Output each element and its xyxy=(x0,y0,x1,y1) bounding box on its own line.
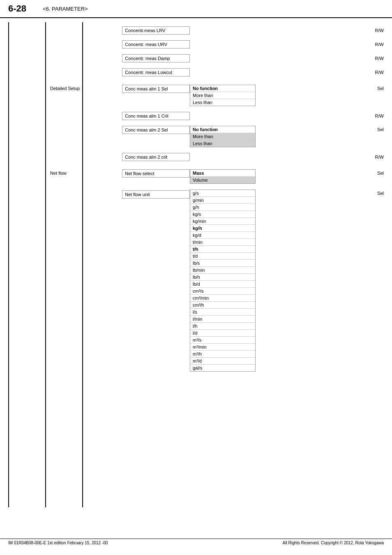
sel-label-10: Sel xyxy=(377,191,384,196)
rw-cell-4: R/W xyxy=(367,69,384,75)
row-conc-alm1-sel: Detailed Setup Conc meas alm 1 Sel No fu… xyxy=(50,85,384,106)
conc-alm2-dropdown[interactable]: No function More than Less than xyxy=(190,126,256,147)
dropdown-item-less-than-2[interactable]: Less than xyxy=(190,140,255,147)
net-flow-select-box: Net flow select xyxy=(122,169,190,178)
row-concentr-lrv: Concentr.meas LRV R/W xyxy=(50,26,384,35)
row-concentr-urv: Concentr. meas URV R/W xyxy=(50,40,384,49)
row-conc-alm2-sel: Conc meas alm 2 Sel No function More tha… xyxy=(50,126,384,147)
param-cell-10: Net flow unit xyxy=(122,190,190,199)
concentr-lrv-box: Concentr.meas LRV xyxy=(122,26,190,35)
param-cell-7: Conc meas alm 2 Sel xyxy=(122,126,190,134)
unit-m3d[interactable]: m³/d xyxy=(190,358,255,365)
third-border-line xyxy=(82,22,83,507)
row-conc-alm2-crit: Conc meas alm 2 crit R/W xyxy=(50,153,384,161)
rw-label-6: R/W xyxy=(375,113,384,118)
detailed-setup-label: Detailed Setup xyxy=(50,86,80,91)
rw-label-1: R/W xyxy=(375,28,384,33)
conc-alm2-crit-box: Conc meas alm 2 crit xyxy=(122,153,190,161)
dropdown-item-no-function-2[interactable]: No function xyxy=(190,126,255,133)
value-cell-7: No function More than Less than xyxy=(190,126,256,147)
value-cell-5: No function More than Less than xyxy=(190,85,256,106)
unit-kgmin[interactable]: kg/min xyxy=(190,218,255,225)
unit-cm3s[interactable]: cm³/s xyxy=(190,288,255,295)
row-conc-alm1-crit: Conc meas alm 1 Crit R/W xyxy=(50,112,384,120)
unit-m3h[interactable]: m³/h xyxy=(190,351,255,358)
dropdown-item-more-than-2[interactable]: More than xyxy=(190,133,255,140)
rw-cell-8: R/W xyxy=(367,154,384,160)
footer-left: IM 01R04B08-00E-E 1st edition February 1… xyxy=(8,541,108,545)
unit-lh[interactable]: l/h xyxy=(190,323,255,330)
rw-label-8: R/W xyxy=(375,155,384,160)
sel-label-7: Sel xyxy=(377,127,384,132)
rw-cell-3: R/W xyxy=(367,56,384,61)
param-cell-3: Concentr. meas Damp xyxy=(122,54,190,62)
unit-th[interactable]: t/h xyxy=(190,246,255,253)
param-cell-5: Conc meas alm 1 Sel xyxy=(122,85,190,93)
unit-m3min[interactable]: m³/min xyxy=(190,344,255,351)
rw-label-2: R/W xyxy=(375,42,384,47)
unit-gs[interactable]: g/s xyxy=(190,190,255,197)
unit-ld[interactable]: l/d xyxy=(190,330,255,337)
unit-kgs[interactable]: kg/s xyxy=(190,211,255,218)
unit-lbh[interactable]: lb/h xyxy=(190,274,255,281)
param-cell-4: Concentr. meas Lowcut xyxy=(122,68,190,76)
dropdown-item-no-function-1[interactable]: No function xyxy=(190,85,255,92)
net-flow-unit-dropdown[interactable]: g/s g/min g/h kg/s kg/min kg/h kg/d t/mi… xyxy=(190,190,256,372)
cat-net-flow: Net flow xyxy=(50,169,87,176)
unit-gmin[interactable]: g/min xyxy=(190,197,255,204)
rw-cell-6: R/W xyxy=(367,113,384,119)
unit-ls[interactable]: l/s xyxy=(190,309,255,316)
param-cell-6: Conc meas alm 1 Crit xyxy=(122,112,190,120)
concentr-urv-box: Concentr. meas URV xyxy=(122,40,190,49)
conc-alm2-sel-box: Conc meas alm 2 Sel xyxy=(122,126,190,134)
header: 6-28 <6. PARAMETER> xyxy=(0,0,392,18)
sel-cell-10: Sel xyxy=(367,190,384,196)
param-cell-2: Concentr. meas URV xyxy=(122,40,190,49)
sel-cell-5: Sel xyxy=(367,85,384,91)
net-flow-select-dropdown[interactable]: Mass Volume xyxy=(190,169,256,184)
sel-cell-7: Sel xyxy=(367,126,384,132)
conc-alm1-dropdown[interactable]: No function More than Less than xyxy=(190,85,256,106)
unit-lbmin[interactable]: lb/min xyxy=(190,267,255,274)
conc-alm1-crit-box: Conc meas alm 1 Crit xyxy=(122,112,190,120)
unit-kgh[interactable]: kg/h xyxy=(190,225,255,232)
footer-right: All Rights Reserved. Copyright © 2012, R… xyxy=(283,541,384,545)
row-net-flow-select: Net flow Net flow select Mass Volume Sel xyxy=(50,169,384,184)
header-title: <6. PARAMETER> xyxy=(43,6,88,12)
net-flow-label: Net flow xyxy=(50,171,67,176)
dropdown-item-less-than-1[interactable]: Less than xyxy=(190,99,255,106)
page-number: 6-28 xyxy=(8,3,26,14)
unit-tmin[interactable]: t/min xyxy=(190,239,255,246)
dropdown-item-volume[interactable]: Volume xyxy=(190,177,255,183)
sel-label-9: Sel xyxy=(377,171,384,176)
unit-kgd[interactable]: kg/d xyxy=(190,232,255,239)
unit-gh[interactable]: g/h xyxy=(190,204,255,211)
param-cell-9: Net flow select xyxy=(122,169,190,178)
cat-detailed-setup: Detailed Setup xyxy=(50,85,87,91)
unit-lmin[interactable]: l/min xyxy=(190,316,255,323)
row-concentr-lowcut: Concentr. meas Lowcut R/W xyxy=(50,68,384,76)
unit-gals[interactable]: gal/s xyxy=(190,365,255,371)
dropdown-item-more-than-1[interactable]: More than xyxy=(190,92,255,99)
value-cell-9: Mass Volume xyxy=(190,169,256,184)
second-border-line xyxy=(45,22,46,507)
net-flow-unit-box: Net flow unit xyxy=(122,190,190,199)
value-cell-10: g/s g/min g/h kg/s kg/min kg/h kg/d t/mi… xyxy=(190,190,256,372)
rw-label-4: R/W xyxy=(375,70,384,75)
unit-td[interactable]: t/d xyxy=(190,253,255,260)
rw-label-3: R/W xyxy=(375,56,384,61)
unit-lbs[interactable]: lb/s xyxy=(190,260,255,267)
unit-cm3h[interactable]: cm³/h xyxy=(190,302,255,309)
page: 6-28 <6. PARAMETER> Concentr.meas LRV R/… xyxy=(0,0,392,555)
dropdown-item-mass[interactable]: Mass xyxy=(190,170,255,177)
unit-cm3min[interactable]: cm³/min xyxy=(190,295,255,302)
concentr-lowcut-box: Concentr. meas Lowcut xyxy=(122,68,190,76)
param-cell-1: Concentr.meas LRV xyxy=(122,26,190,35)
unit-lbd[interactable]: lb/d xyxy=(190,281,255,288)
sel-label-5: Sel xyxy=(377,86,384,91)
unit-m3s[interactable]: m³/s xyxy=(190,337,255,344)
row-concentr-damp: Concentr. meas Damp R/W xyxy=(50,54,384,62)
sel-cell-9: Sel xyxy=(367,169,384,176)
param-cell-8: Conc meas alm 2 crit xyxy=(122,153,190,161)
row-net-flow-unit: Net flow unit g/s g/min g/h kg/s kg/min … xyxy=(50,190,384,372)
